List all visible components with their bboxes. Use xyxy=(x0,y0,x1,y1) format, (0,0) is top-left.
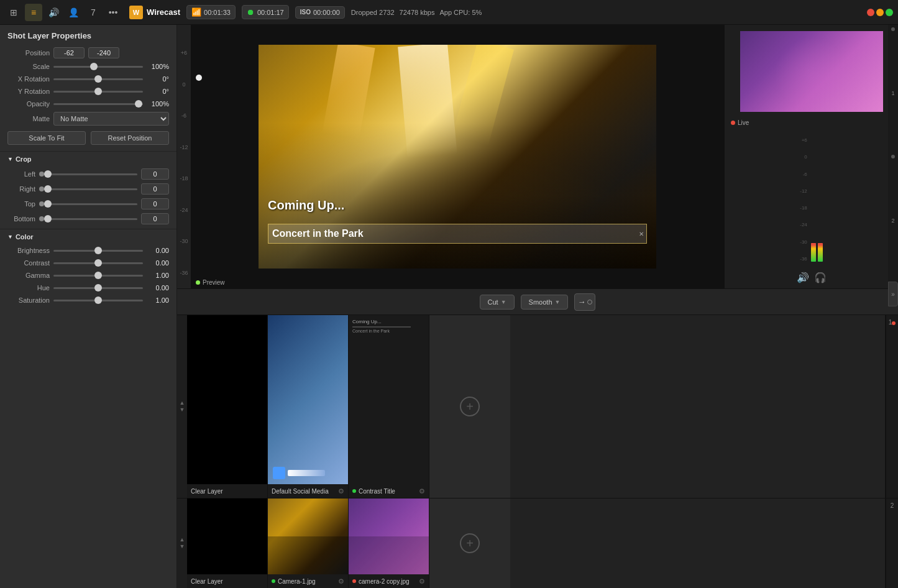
more-icon[interactable]: ••• xyxy=(104,4,122,21)
speaker-icon[interactable]: 🔊 xyxy=(797,272,809,283)
vu-mark: -30 xyxy=(800,239,807,245)
ruler-mark: -18 xyxy=(177,175,191,181)
transition-arrow-button[interactable]: → xyxy=(574,293,595,311)
crop-section-header[interactable]: ▼ Crop xyxy=(0,151,176,167)
vu-mark: -6 xyxy=(800,172,807,177)
lane-up-arrow[interactable]: ▲ xyxy=(180,400,185,406)
bottom-shots-row-2: ▲ ▼ Clear Layer xyxy=(177,498,898,588)
scale-to-fit-button[interactable]: Scale To Fit xyxy=(7,131,86,145)
timeline-icon[interactable]: ≡ xyxy=(25,4,42,21)
close-window-btn[interactable] xyxy=(867,9,874,16)
rec-icon: ⏺ xyxy=(247,7,255,17)
crop-right-input[interactable] xyxy=(141,183,169,195)
opacity-label: Opacity xyxy=(7,100,50,108)
window-controls xyxy=(867,9,893,16)
opacity-value: 100% xyxy=(147,100,169,108)
cut-button[interactable]: Cut ▼ xyxy=(480,295,515,310)
color-section-header[interactable]: ▼ Color xyxy=(0,229,176,244)
shot-lane-1: ▲ ▼ Clear Layer xyxy=(177,315,886,498)
add-shot-button-2[interactable]: + xyxy=(429,498,510,588)
add-shot-button-1[interactable]: + xyxy=(429,315,510,498)
matte-row: Matte No Matte Alpha Matte Luma Matte xyxy=(0,110,176,127)
crop-top-input[interactable] xyxy=(141,198,169,209)
crop-right-row: Right xyxy=(0,181,176,196)
gear-icon[interactable]: ⚙ xyxy=(419,577,425,586)
hue-slider[interactable] xyxy=(53,283,143,292)
shot-clear-layer-2[interactable]: Clear Layer xyxy=(187,498,268,588)
shot-thumb-img xyxy=(268,498,348,574)
matte-select[interactable]: No Matte Alpha Matte Luma Matte xyxy=(53,112,169,126)
number-icon[interactable]: 7 xyxy=(85,4,102,21)
shot-lane-2-inner: ▲ ▼ Clear Layer xyxy=(177,498,885,588)
reset-position-button[interactable]: Reset Position xyxy=(91,131,169,145)
maximize-window-btn[interactable] xyxy=(886,9,893,16)
top-bar: ⊞ ≡ 🔊 👤 7 ••• W Wirecast 📶 00:01:33 ⏺ 00… xyxy=(0,0,898,25)
crop-top-slider[interactable] xyxy=(48,200,137,208)
gear-icon[interactable]: ⚙ xyxy=(338,487,344,495)
position-x-input[interactable] xyxy=(53,47,85,58)
color-arrow-icon: ▼ xyxy=(7,234,13,240)
preview-title-text: Concert in the Park xyxy=(272,228,364,239)
shot-contrast-title[interactable]: Coming Up... Concert in the Park Contras… xyxy=(349,315,429,498)
canvas-handle[interactable] xyxy=(196,75,202,81)
crop-left-input[interactable] xyxy=(141,168,169,180)
center-area: +6 0 -6 -12 -18 -24 -30 -36 xyxy=(177,25,898,588)
brightness-row: Brightness 0.00 xyxy=(0,244,176,257)
crop-bottom-dot xyxy=(39,216,44,221)
scale-slider[interactable] xyxy=(53,62,143,71)
saturation-value: 1.00 xyxy=(147,296,169,304)
contrast-slider[interactable] xyxy=(53,259,143,267)
app-name: Wirecast xyxy=(147,7,180,17)
ruler-mark: -24 xyxy=(177,207,191,213)
lane-down-arrow[interactable]: ▼ xyxy=(180,407,185,413)
y-rotation-slider[interactable] xyxy=(53,87,143,96)
person-icon[interactable]: 👤 xyxy=(65,4,82,21)
gear-icon[interactable]: ⚙ xyxy=(338,577,344,586)
resize-handle-icon[interactable]: ✕ xyxy=(639,231,644,237)
lane-up-arrow-2[interactable]: ▲ xyxy=(180,537,185,543)
crop-left-label: Left xyxy=(7,170,35,178)
lane-down-arrow-2[interactable]: ▼ xyxy=(180,544,185,549)
shot-active-dot xyxy=(352,489,356,493)
shot-camera-1[interactable]: Camera-1.jpg ⚙ xyxy=(268,498,349,588)
smooth-button[interactable]: Smooth ▼ xyxy=(521,295,569,310)
ruler-mark: -6 xyxy=(177,113,191,119)
rec-status: ⏺ 00:01:17 xyxy=(242,5,289,19)
social-icon xyxy=(273,467,285,479)
shot-social-media[interactable]: Default Social Media ⚙ xyxy=(268,315,349,498)
cut-label: Cut xyxy=(488,298,498,306)
crop-bottom-input[interactable] xyxy=(141,213,169,224)
cpu-stat: App CPU: 5% xyxy=(439,9,482,16)
crop-right-slider[interactable] xyxy=(48,185,137,193)
scale-label: Scale xyxy=(7,63,50,70)
saturation-slider[interactable] xyxy=(53,296,143,305)
iso-text: ISO xyxy=(300,9,311,16)
layers-icon[interactable]: ⊞ xyxy=(5,4,22,21)
crop-right-dot xyxy=(39,186,44,191)
crop-left-slider[interactable] xyxy=(48,170,137,178)
shot-name: Clear Layer xyxy=(191,488,263,495)
x-rotation-slider[interactable] xyxy=(53,75,143,83)
lane-num-text-2: 2 xyxy=(891,502,894,509)
brightness-slider[interactable] xyxy=(53,246,143,255)
brightness-label: Brightness xyxy=(7,247,50,254)
gear-icon[interactable]: ⚙ xyxy=(419,487,425,495)
opacity-slider[interactable] xyxy=(53,99,143,108)
crop-bottom-slider[interactable] xyxy=(48,214,137,223)
transition-circle-icon xyxy=(587,300,592,305)
audio-icon[interactable]: 🔊 xyxy=(45,4,62,21)
position-y-input[interactable] xyxy=(88,47,119,58)
vu-ruler: +6 0 -6 -12 -18 -24 -30 -36 xyxy=(800,137,807,262)
add-icon: + xyxy=(460,397,480,416)
shots-row-1: Clear Layer xyxy=(187,315,885,498)
minimize-window-btn[interactable] xyxy=(876,9,884,16)
opacity-row: Opacity 100% xyxy=(0,98,176,110)
shot-camera-2[interactable]: camera-2 copy.jpg ⚙ xyxy=(349,498,429,588)
gamma-slider[interactable] xyxy=(53,271,143,280)
shot-clear-layer-1[interactable]: Clear Layer xyxy=(187,315,268,498)
shot-thumb-img xyxy=(349,498,429,574)
headphone-icon[interactable]: 🎧 xyxy=(814,272,827,283)
hue-value: 0.00 xyxy=(147,284,169,292)
vu-mark: -12 xyxy=(800,188,807,194)
guitar-glow xyxy=(774,37,849,112)
